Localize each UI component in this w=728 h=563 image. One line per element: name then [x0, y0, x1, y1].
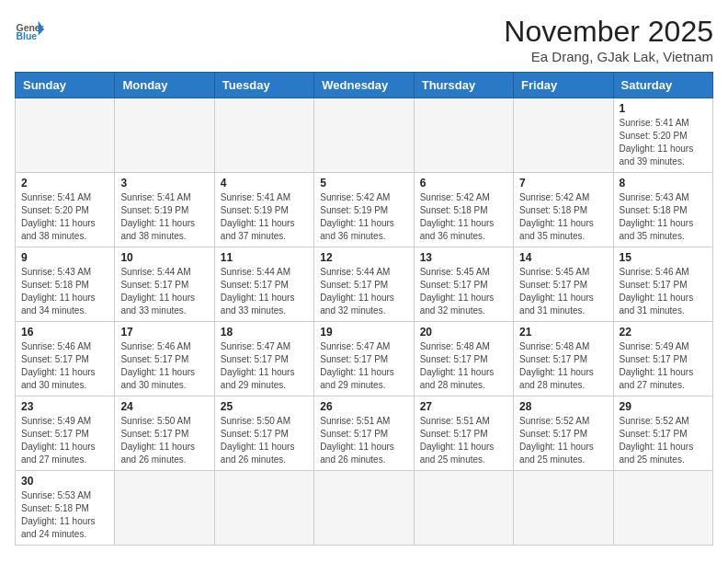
weekday-header-wednesday: Wednesday [314, 73, 414, 98]
day-number: 30 [21, 475, 108, 488]
calendar-cell: 16Sunrise: 5:46 AM Sunset: 5:17 PM Dayli… [16, 322, 115, 396]
calendar-cell [314, 98, 414, 173]
calendar-cell: 28Sunrise: 5:52 AM Sunset: 5:17 PM Dayli… [514, 396, 613, 471]
logo: General Blue [15, 15, 44, 44]
calendar-cell: 10Sunrise: 5:44 AM Sunset: 5:17 PM Dayli… [115, 247, 214, 322]
calendar-cell [514, 471, 613, 546]
calendar-cell: 1Sunrise: 5:41 AM Sunset: 5:20 PM Daylig… [613, 98, 712, 173]
day-number: 5 [320, 177, 407, 190]
calendar-cell: 4Sunrise: 5:41 AM Sunset: 5:19 PM Daylig… [214, 173, 313, 247]
day-info: Sunrise: 5:50 AM Sunset: 5:17 PM Dayligh… [221, 415, 308, 466]
day-info: Sunrise: 5:44 AM Sunset: 5:17 PM Dayligh… [221, 266, 308, 317]
calendar-cell: 7Sunrise: 5:42 AM Sunset: 5:18 PM Daylig… [514, 173, 613, 247]
day-info: Sunrise: 5:42 AM Sunset: 5:18 PM Dayligh… [519, 191, 607, 243]
calendar-cell [514, 98, 613, 173]
calendar-cell: 23Sunrise: 5:49 AM Sunset: 5:17 PM Dayli… [16, 396, 115, 471]
day-number: 8 [620, 177, 707, 190]
day-info: Sunrise: 5:46 AM Sunset: 5:17 PM Dayligh… [21, 340, 108, 392]
day-info: Sunrise: 5:44 AM Sunset: 5:17 PM Dayligh… [120, 266, 208, 317]
day-info: Sunrise: 5:48 AM Sunset: 5:17 PM Dayligh… [420, 340, 507, 392]
calendar-cell: 14Sunrise: 5:45 AM Sunset: 5:17 PM Dayli… [514, 247, 613, 322]
logo-icon: General Blue [15, 15, 44, 44]
calendar-cell [613, 471, 712, 546]
calendar-cell: 12Sunrise: 5:44 AM Sunset: 5:17 PM Dayli… [314, 247, 414, 322]
day-number: 11 [221, 251, 308, 264]
day-number: 29 [620, 400, 707, 413]
calendar-cell [115, 471, 214, 546]
weekday-header-friday: Friday [514, 73, 613, 98]
day-number: 23 [21, 400, 108, 413]
page-header: General Blue November 2025 Ea Drang, GJa… [15, 15, 713, 64]
calendar-cell: 22Sunrise: 5:49 AM Sunset: 5:17 PM Dayli… [613, 322, 712, 396]
calendar-cell [115, 98, 214, 173]
day-info: Sunrise: 5:53 AM Sunset: 5:18 PM Dayligh… [21, 489, 108, 541]
day-info: Sunrise: 5:49 AM Sunset: 5:17 PM Dayligh… [21, 415, 108, 466]
day-number: 1 [620, 102, 707, 115]
month-title: November 2025 [504, 15, 713, 49]
calendar-cell [16, 98, 115, 173]
calendar-week-1: 2Sunrise: 5:41 AM Sunset: 5:20 PM Daylig… [16, 173, 713, 247]
day-info: Sunrise: 5:46 AM Sunset: 5:17 PM Dayligh… [120, 340, 208, 392]
day-info: Sunrise: 5:42 AM Sunset: 5:19 PM Dayligh… [320, 191, 407, 243]
calendar-week-3: 16Sunrise: 5:46 AM Sunset: 5:17 PM Dayli… [16, 322, 713, 396]
calendar-cell: 9Sunrise: 5:43 AM Sunset: 5:18 PM Daylig… [16, 247, 115, 322]
day-number: 21 [519, 326, 607, 339]
day-info: Sunrise: 5:41 AM Sunset: 5:19 PM Dayligh… [221, 191, 308, 243]
day-number: 24 [120, 400, 208, 413]
calendar-week-2: 9Sunrise: 5:43 AM Sunset: 5:18 PM Daylig… [16, 247, 713, 322]
day-info: Sunrise: 5:49 AM Sunset: 5:17 PM Dayligh… [620, 340, 707, 392]
day-info: Sunrise: 5:43 AM Sunset: 5:18 PM Dayligh… [21, 266, 108, 317]
day-number: 13 [420, 251, 507, 264]
day-number: 22 [620, 326, 707, 339]
day-info: Sunrise: 5:52 AM Sunset: 5:17 PM Dayligh… [519, 415, 607, 466]
day-number: 27 [420, 400, 507, 413]
calendar-cell: 11Sunrise: 5:44 AM Sunset: 5:17 PM Dayli… [214, 247, 313, 322]
calendar-cell: 3Sunrise: 5:41 AM Sunset: 5:19 PM Daylig… [115, 173, 214, 247]
calendar-cell: 25Sunrise: 5:50 AM Sunset: 5:17 PM Dayli… [214, 396, 313, 471]
day-number: 6 [420, 177, 507, 190]
day-number: 16 [21, 326, 108, 339]
calendar-cell: 18Sunrise: 5:47 AM Sunset: 5:17 PM Dayli… [214, 322, 313, 396]
day-info: Sunrise: 5:51 AM Sunset: 5:17 PM Dayligh… [420, 415, 507, 466]
day-number: 20 [420, 326, 507, 339]
calendar-cell: 19Sunrise: 5:47 AM Sunset: 5:17 PM Dayli… [314, 322, 414, 396]
day-info: Sunrise: 5:45 AM Sunset: 5:17 PM Dayligh… [519, 266, 607, 317]
day-number: 14 [519, 251, 607, 264]
calendar-cell: 30Sunrise: 5:53 AM Sunset: 5:18 PM Dayli… [16, 471, 115, 546]
day-number: 2 [21, 177, 108, 190]
day-info: Sunrise: 5:41 AM Sunset: 5:19 PM Dayligh… [120, 191, 208, 243]
day-number: 25 [221, 400, 308, 413]
day-info: Sunrise: 5:50 AM Sunset: 5:17 PM Dayligh… [120, 415, 208, 466]
weekday-header-row: SundayMondayTuesdayWednesdayThursdayFrid… [16, 73, 713, 98]
calendar-cell: 20Sunrise: 5:48 AM Sunset: 5:17 PM Dayli… [414, 322, 513, 396]
weekday-header-thursday: Thursday [414, 73, 513, 98]
calendar-cell [214, 98, 313, 173]
day-info: Sunrise: 5:48 AM Sunset: 5:17 PM Dayligh… [519, 340, 607, 392]
calendar-cell: 15Sunrise: 5:46 AM Sunset: 5:17 PM Dayli… [613, 247, 712, 322]
day-number: 12 [320, 251, 407, 264]
weekday-header-monday: Monday [115, 73, 214, 98]
day-info: Sunrise: 5:44 AM Sunset: 5:17 PM Dayligh… [320, 266, 407, 317]
day-number: 28 [519, 400, 607, 413]
day-number: 4 [221, 177, 308, 190]
day-info: Sunrise: 5:43 AM Sunset: 5:18 PM Dayligh… [620, 191, 707, 243]
calendar-cell [314, 471, 414, 546]
day-info: Sunrise: 5:41 AM Sunset: 5:20 PM Dayligh… [620, 117, 707, 168]
location-subtitle: Ea Drang, GJak Lak, Vietnam [504, 49, 713, 64]
calendar-cell: 5Sunrise: 5:42 AM Sunset: 5:19 PM Daylig… [314, 173, 414, 247]
calendar-cell [214, 471, 313, 546]
weekday-header-tuesday: Tuesday [214, 73, 313, 98]
calendar-cell: 21Sunrise: 5:48 AM Sunset: 5:17 PM Dayli… [514, 322, 613, 396]
calendar-week-4: 23Sunrise: 5:49 AM Sunset: 5:17 PM Dayli… [16, 396, 713, 471]
calendar-week-0: 1Sunrise: 5:41 AM Sunset: 5:20 PM Daylig… [16, 98, 713, 173]
calendar-cell: 8Sunrise: 5:43 AM Sunset: 5:18 PM Daylig… [613, 173, 712, 247]
calendar-cell [414, 471, 513, 546]
calendar-cell: 2Sunrise: 5:41 AM Sunset: 5:20 PM Daylig… [16, 173, 115, 247]
day-info: Sunrise: 5:46 AM Sunset: 5:17 PM Dayligh… [620, 266, 707, 317]
calendar-cell: 26Sunrise: 5:51 AM Sunset: 5:17 PM Dayli… [314, 396, 414, 471]
calendar-cell: 6Sunrise: 5:42 AM Sunset: 5:18 PM Daylig… [414, 173, 513, 247]
calendar-cell: 17Sunrise: 5:46 AM Sunset: 5:17 PM Dayli… [115, 322, 214, 396]
day-number: 19 [320, 326, 407, 339]
day-number: 17 [120, 326, 208, 339]
day-info: Sunrise: 5:45 AM Sunset: 5:17 PM Dayligh… [420, 266, 507, 317]
